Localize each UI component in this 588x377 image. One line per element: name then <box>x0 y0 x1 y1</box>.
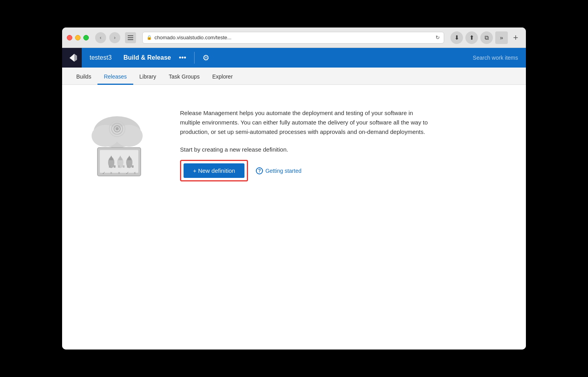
svg-rect-18 <box>118 165 120 168</box>
new-definition-highlight: + New definition <box>180 160 248 181</box>
section-name[interactable]: Build & Release <box>119 54 175 61</box>
svg-text:✓: ✓ <box>126 171 129 175</box>
browser-window: ‹ › 🔒 chomado.visualstudio.com/teste... … <box>62 27 526 350</box>
address-bar[interactable]: 🔒 chomado.visualstudio.com/teste... ↻ <box>142 32 444 44</box>
maximize-button[interactable] <box>83 35 89 40</box>
more-button[interactable]: » <box>495 31 508 44</box>
title-bar: ‹ › 🔒 chomado.visualstudio.com/teste... … <box>62 27 526 48</box>
copy-button[interactable]: ⧉ <box>480 31 493 44</box>
reload-button[interactable]: ↻ <box>435 35 440 40</box>
svg-rect-19 <box>123 165 125 168</box>
illustration: ✓ × × ✓ × <box>78 104 164 185</box>
start-text: Start by creating a new release definiti… <box>180 146 510 153</box>
svg-text:×: × <box>118 171 120 175</box>
settings-icon[interactable]: ⚙ <box>198 53 213 62</box>
svg-rect-15 <box>114 165 116 168</box>
svg-text:✓: ✓ <box>102 171 105 175</box>
svg-rect-22 <box>127 165 129 168</box>
help-circle-icon: ? <box>256 167 263 174</box>
svg-text:×: × <box>134 171 136 175</box>
forward-button[interactable]: › <box>109 32 120 43</box>
sub-nav: Builds Releases Library Task Groups Expl… <box>62 68 526 85</box>
svg-point-4 <box>92 125 119 147</box>
svg-rect-2 <box>128 39 133 40</box>
app-bar: testest3 Build & Release ••• ⚙ Search wo… <box>62 48 526 68</box>
description-text: Release Management helps you automate th… <box>180 108 432 137</box>
back-button[interactable]: ‹ <box>95 32 106 43</box>
action-row: + New definition ? Getting started <box>180 160 510 181</box>
url-text: chomado.visualstudio.com/teste... <box>154 35 435 40</box>
toolbar-icons: ⬇ ⬆ ⧉ » + <box>450 31 521 44</box>
new-definition-button[interactable]: + New definition <box>184 163 244 178</box>
close-button[interactable] <box>67 35 72 40</box>
lock-icon: 🔒 <box>147 35 152 40</box>
tab-explorer[interactable]: Explorer <box>206 70 239 85</box>
svg-point-9 <box>116 127 119 130</box>
search-work-items[interactable]: Search work items <box>473 55 518 61</box>
sidebar-button[interactable] <box>125 32 136 43</box>
svg-text:×: × <box>110 171 112 175</box>
project-name[interactable]: testest3 <box>82 54 119 61</box>
tab-library[interactable]: Library <box>133 70 163 85</box>
main-content: ✓ × × ✓ × Release Management helps you a… <box>62 85 526 350</box>
svg-rect-14 <box>109 165 111 168</box>
tab-builds[interactable]: Builds <box>70 70 97 85</box>
minimize-button[interactable] <box>75 35 81 40</box>
vs-logo[interactable] <box>62 48 82 68</box>
tab-task-groups[interactable]: Task Groups <box>162 70 206 85</box>
svg-rect-23 <box>132 165 134 168</box>
getting-started-text: Getting started <box>265 168 301 174</box>
divider <box>194 52 195 64</box>
svg-rect-0 <box>128 35 133 36</box>
new-tab-button[interactable]: + <box>510 32 521 43</box>
traffic-lights <box>67 35 89 40</box>
tab-releases[interactable]: Releases <box>97 70 133 85</box>
content-area: Release Management helps you automate th… <box>180 104 510 181</box>
svg-point-5 <box>115 125 143 147</box>
more-options-button[interactable]: ••• <box>175 54 190 62</box>
svg-rect-1 <box>128 37 133 38</box>
download-button[interactable]: ⬇ <box>450 31 463 44</box>
getting-started-link[interactable]: ? Getting started <box>256 167 301 174</box>
share-button[interactable]: ⬆ <box>465 31 478 44</box>
